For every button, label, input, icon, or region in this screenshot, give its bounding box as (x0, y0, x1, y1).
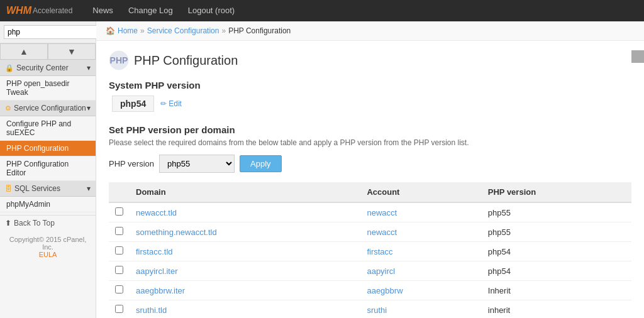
sidebar-item-phpmyadmin[interactable]: phpMyAdmin (0, 197, 96, 212)
breadcrumb-current: PHP Configuration (228, 26, 291, 35)
account-link[interactable]: newacct (367, 228, 397, 237)
sidebar-prev-button[interactable]: ▲ (0, 43, 48, 60)
sidebar-section-sql[interactable]: 🗄SQL Services ▾ (0, 181, 96, 197)
row-php-version: inherit (482, 300, 631, 319)
domain-link[interactable]: firstacc.tld (136, 247, 173, 256)
table-header-domain: Domain (130, 182, 360, 202)
table-row: firstacc.tld firstacc php54 (109, 242, 631, 261)
account-link[interactable]: sruthi (367, 305, 387, 315)
arrow-up-icon: ⬆ (5, 219, 11, 228)
row-checkbox-cell (109, 300, 130, 319)
logo: WHM Accelerated (6, 5, 72, 16)
row-account: newacct (360, 202, 481, 222)
table-row: aaegbbrw.iter aaegbbrw Inherit (109, 281, 631, 300)
edit-php-version-link[interactable]: ✏ Edit (160, 99, 182, 108)
breadcrumb-service-config[interactable]: Service Configuration (147, 26, 219, 35)
breadcrumb-home[interactable]: Home (118, 26, 138, 35)
logo-whm-text: WHM (6, 5, 31, 16)
row-domain: firstacc.tld (130, 242, 360, 261)
page-title-row: PHP PHP Configuration (109, 50, 631, 70)
table-row: newacct.tld newacct php55 (109, 202, 631, 222)
row-domain: sruthi.tld (130, 300, 360, 319)
table-header-row: Domain Account PHP version (109, 182, 631, 202)
sidebar-section-security[interactable]: 🔒Security Center ▾ (0, 60, 96, 76)
row-checkbox[interactable] (115, 207, 123, 216)
table-row: sruthi.tld sruthi inherit (109, 300, 631, 319)
row-php-version: php54 (482, 242, 631, 261)
nav-changelog[interactable]: Change Log (121, 0, 180, 21)
php-version-label: PHP version (109, 159, 154, 168)
row-checkbox-cell (109, 281, 130, 300)
row-checkbox-cell (109, 242, 130, 261)
row-checkbox[interactable] (115, 266, 123, 274)
set-version-section-title: Set PHP version per domain (109, 124, 631, 135)
sidebar-section-sql-label: SQL Services (14, 184, 60, 193)
account-link[interactable]: aaegbbrw (367, 286, 402, 295)
row-checkbox[interactable] (115, 285, 123, 293)
gear-icon: ⚙ (5, 104, 11, 112)
row-checkbox[interactable] (115, 227, 123, 235)
system-php-version-badge: php54 (112, 96, 154, 112)
account-link[interactable]: aapyircl (367, 266, 395, 276)
table-header-php-version: PHP version (482, 182, 631, 202)
set-version-desc: Please select the required domains from … (109, 138, 631, 147)
account-link[interactable]: firstacc (367, 247, 392, 256)
php-version-select[interactable]: php55 php54 php56 (159, 155, 235, 173)
sidebar-item-php-basedir[interactable]: PHP open_basedir Tweak (0, 76, 96, 101)
pencil-icon: ✏ (160, 99, 167, 108)
eula-link[interactable]: EULA (39, 251, 57, 258)
domain-link[interactable]: aaegbbrw.iter (136, 286, 185, 295)
domain-link[interactable]: aapyircl.iter (136, 266, 177, 276)
sidebar-item-php-configuration[interactable]: PHP Configuration (0, 141, 96, 156)
lock-icon: 🔒 (5, 64, 14, 72)
back-to-top-button[interactable]: ⬆ Back To Top (0, 215, 96, 231)
row-checkbox[interactable] (115, 305, 123, 313)
content-area: PHP PHP Configuration System PHP version… (96, 41, 644, 318)
row-domain: aaegbbrw.iter (130, 281, 360, 300)
svg-text:PHP: PHP (110, 55, 128, 65)
table-row: aapyircl.iter aapyircl php54 (109, 261, 631, 281)
row-account: aaegbbrw (360, 281, 481, 300)
table-row: something.newacct.tld newacct php55 (109, 222, 631, 242)
row-checkbox-cell (109, 261, 130, 281)
sidebar-item-php-config-editor[interactable]: PHP Configuration Editor (0, 156, 96, 181)
row-domain: newacct.tld (130, 202, 360, 222)
row-php-version: php55 (482, 202, 631, 222)
nav-news[interactable]: News (85, 0, 121, 21)
php-icon: PHP (109, 50, 129, 70)
sidebar-next-button[interactable]: ▼ (48, 43, 96, 60)
apply-button[interactable]: Apply (240, 155, 282, 172)
row-domain: something.newacct.tld (130, 222, 360, 242)
row-domain: aapyircl.iter (130, 261, 360, 281)
system-php-section-title: System PHP version (109, 80, 631, 90)
nav-logout[interactable]: Logout (root) (180, 0, 242, 21)
logo-acc-text: Accelerated (33, 6, 72, 15)
domain-link[interactable]: newacct.tld (136, 208, 177, 217)
row-checkbox-cell (109, 202, 130, 222)
row-account: newacct (360, 222, 481, 242)
search-input[interactable] (4, 25, 106, 39)
row-account: firstacc (360, 242, 481, 261)
sidebar-search-container: ✕ (0, 21, 96, 43)
sidebar: ✕ ▲ ▼ 🔒Security Center ▾ PHP open_basedi… (0, 21, 96, 318)
top-navigation: WHM Accelerated News Change Log Logout (… (0, 0, 644, 21)
domain-link[interactable]: sruthi.tld (136, 305, 167, 315)
chevron-down-icon-2: ▾ (87, 104, 91, 112)
page-title: PHP Configuration (134, 53, 238, 68)
table-header-account: Account (360, 182, 481, 202)
home-icon: 🏠 (106, 26, 115, 35)
domain-link[interactable]: something.newacct.tld (136, 228, 217, 237)
row-account: aapyircl (360, 261, 481, 281)
sidebar-section-service-config[interactable]: ⚙Service Configuration ▾ (0, 101, 96, 116)
row-php-version: php54 (482, 261, 631, 281)
sidebar-item-configure-php[interactable]: Configure PHP and suEXEC (0, 116, 96, 141)
current-version-row: php54 ✏ Edit (109, 96, 631, 112)
main-content: 🏠 Home » Service Configuration » PHP Con… (96, 21, 644, 318)
sidebar-nav-buttons: ▲ ▼ (0, 43, 96, 60)
row-checkbox[interactable] (115, 246, 123, 255)
breadcrumb: 🏠 Home » Service Configuration » PHP Con… (96, 21, 644, 41)
row-account: sruthi (360, 300, 481, 319)
row-php-version: Inherit (482, 281, 631, 300)
account-link[interactable]: newacct (367, 208, 397, 217)
corner-widget[interactable] (631, 50, 644, 63)
